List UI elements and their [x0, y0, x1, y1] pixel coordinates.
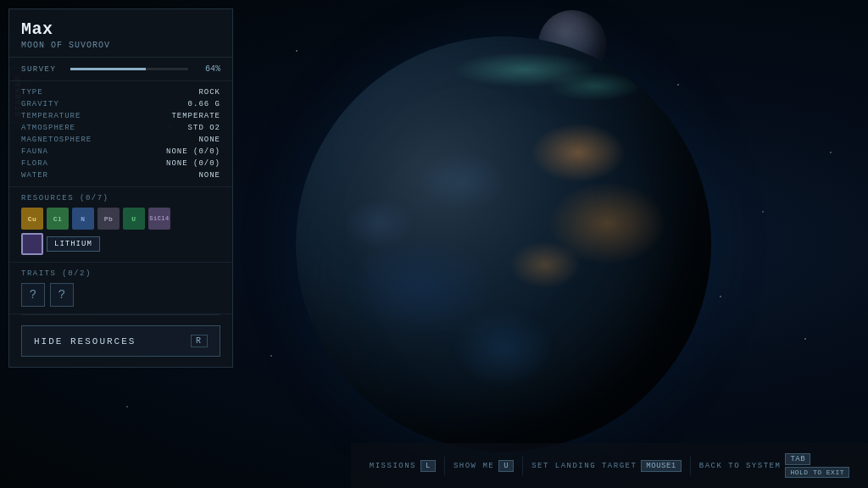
stat-key: TYPE: [21, 88, 43, 97]
action-key-hold: HOLD TO EXIT: [785, 467, 849, 478]
bottom-action-back-to-system[interactable]: BACK TO SYSTEMTABHOLD TO EXIT: [691, 450, 858, 481]
stat-row: FLORA NONE (0/0): [9, 158, 232, 169]
bottom-action-show-me[interactable]: SHOW ME U: [445, 457, 523, 475]
resource-chip-active[interactable]: [21, 233, 43, 255]
resource-chip-cl[interactable]: Cl: [47, 208, 69, 230]
survey-bar-fill: [70, 68, 146, 70]
traits-grid: ??: [21, 283, 220, 307]
bottom-action-set-landing-target[interactable]: SET LANDING TARGET MOUSE1: [523, 457, 691, 475]
trait-chip-1[interactable]: ?: [50, 283, 74, 307]
action-key: MOUSE1: [641, 460, 681, 472]
stat-value: STD O2: [188, 124, 220, 132]
traits-section-title: TRAITS (0/2): [21, 269, 220, 278]
stats-section: TYPE ROCK GRAVITY 0.66 G TEMPERATURE TEM…: [9, 81, 232, 187]
stat-row: TEMPERATURE TEMPERATE: [9, 110, 232, 122]
survey-progress-bar: [70, 68, 188, 70]
stat-value: NONE (0/0): [166, 147, 220, 156]
resource-chip-sicl[interactable]: SiCl4: [148, 208, 170, 230]
planet-name: Max: [21, 19, 220, 39]
bottom-action-bar: MISSIONS LSHOW ME USET LANDING TARGET MO…: [351, 443, 868, 488]
stat-value: NONE: [198, 171, 220, 180]
stat-value: TEMPERATE: [171, 112, 220, 120]
resources-grid: CuClNPbUSiCl4LITHIUM: [21, 208, 220, 255]
stat-row: GRAVITY 0.66 G: [9, 98, 232, 110]
stat-key: GRAVITY: [21, 100, 59, 108]
hide-resources-button[interactable]: HIDE RESOURCES R: [21, 325, 220, 357]
stat-row: FAUNA NONE (0/0): [9, 146, 232, 158]
action-key: U: [498, 460, 514, 472]
stat-row: MAGNETOSPHERE NONE: [9, 134, 232, 146]
traits-section: TRAITS (0/2) ??: [9, 263, 232, 314]
action-label: BACK TO SYSTEM: [699, 462, 782, 470]
stat-key: FAUNA: [21, 147, 48, 156]
stat-key: TEMPERATURE: [21, 112, 81, 120]
action-key-group: TABHOLD TO EXIT: [785, 453, 849, 478]
hide-resources-label: HIDE RESOURCES: [34, 336, 136, 347]
resource-chip-cu[interactable]: Cu: [21, 208, 43, 230]
action-label: MISSIONS: [370, 462, 416, 470]
resource-tooltip: LITHIUM: [47, 236, 100, 252]
survey-section: SURVEY 64%: [9, 58, 232, 81]
stat-row: WATER NONE: [9, 169, 232, 181]
hide-resources-section: HIDE RESOURCES R: [9, 315, 232, 367]
resource-chip-u[interactable]: U: [123, 208, 145, 230]
action-key: L: [420, 460, 436, 472]
hide-resources-key: R: [191, 335, 208, 347]
resource-with-tooltip: LITHIUM: [21, 233, 100, 255]
survey-percent: 64%: [195, 64, 220, 74]
resources-section: RESOURCES (0/7) CuClNPbUSiCl4LITHIUM: [9, 187, 232, 263]
stat-key: MAGNETOSPHERE: [21, 136, 92, 144]
action-label: SHOW ME: [453, 462, 494, 470]
survey-label: SURVEY: [21, 65, 64, 74]
planet-subtitle: Moon of Suvorov: [21, 41, 220, 50]
stat-row: ATMOSPHERE STD O2: [9, 122, 232, 134]
resource-chip-n[interactable]: N: [72, 208, 94, 230]
stat-key: FLORA: [21, 159, 48, 168]
resource-chip-pb[interactable]: Pb: [97, 208, 120, 230]
stat-value: ROCK: [198, 88, 220, 97]
panel-header: Max Moon of Suvorov: [9, 9, 232, 58]
action-label: SET LANDING TARGET: [531, 462, 637, 470]
stat-row: TYPE ROCK: [9, 86, 232, 98]
action-key-main: TAB: [785, 453, 810, 465]
resources-section-title: RESOURCES (0/7): [21, 194, 220, 202]
stat-value: NONE: [198, 136, 220, 144]
stat-key: ATMOSPHERE: [21, 124, 75, 132]
info-panel: Max Moon of Suvorov SURVEY 64% TYPE ROCK…: [8, 8, 233, 368]
bottom-action-missions[interactable]: MISSIONS L: [361, 457, 445, 475]
trait-chip-0[interactable]: ?: [21, 283, 45, 307]
stat-value: NONE (0/0): [166, 159, 220, 168]
planet-body: [296, 36, 711, 452]
stat-key: WATER: [21, 171, 48, 180]
stat-value: 0.66 G: [188, 100, 220, 108]
